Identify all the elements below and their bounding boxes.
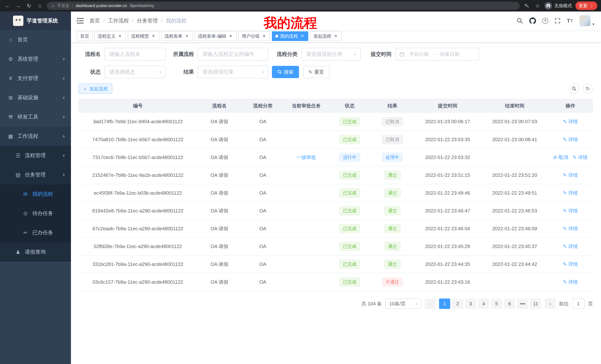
browser-forward-icon[interactable]: → [14,2,22,10]
pagination-more[interactable]: ••• [517,298,528,309]
status-select[interactable]: 请选择状态 ∨ [104,66,166,78]
pagination-page-5[interactable]: 5 [491,298,502,309]
logo-image [13,16,23,26]
sidebar-item-payment[interactable]: ¥支付管理∨ [0,69,71,88]
tab-流程模型[interactable]: 流程模型× [128,31,159,41]
jump-page-input[interactable] [572,298,585,309]
font-size-icon[interactable]: TT [567,18,573,24]
sidebar-item-workflow[interactable]: ▦工作流程∧ [0,126,71,146]
sidebar-item-task-mgmt[interactable]: ▤任务管理∧ [0,165,71,184]
process-key-input[interactable] [198,48,269,60]
user-menu[interactable]: ▼ [580,15,595,26]
cell-name: OA 请假 [197,220,241,238]
update-button[interactable]: 更新 ⋮ [575,1,597,10]
tab-close-icon[interactable]: × [333,34,338,39]
breadcrumb-item[interactable]: 任务管理 [137,17,158,24]
sidebar-item-system[interactable]: ⚙系统管理∨ [0,49,71,69]
tab-流程定义[interactable]: 流程定义× [94,31,126,41]
pagination-page-6[interactable]: 6 [504,298,515,309]
create-process-button[interactable]: ＋ 发起流程 [78,84,112,94]
category-select[interactable]: 请选择流程分类 ∨ [301,48,361,60]
fullscreen-icon[interactable] [555,18,561,24]
tab-流程表单-编辑[interactable]: 流程表单-编辑× [195,31,237,41]
breadcrumb-item[interactable]: 工作流程 [108,17,129,24]
cell-submit-time: 2022-01-22 23:53:35 [414,131,481,148]
breadcrumb-item[interactable]: 首页 [90,17,100,24]
detail-link[interactable]: ✎ 详情 [563,172,578,178]
toggle-search-icon[interactable] [569,84,579,94]
table-row: 67c2eaab-7b9a-11ec-a290-acde48001122OA 请… [78,220,593,238]
cell-result: 处理中 [371,148,414,166]
cancel-link[interactable]: ⊘ 取消 [553,154,568,160]
cell-actions: ✎ 详情 [548,131,593,148]
sidebar-item-leave-query[interactable]: ♟请假查询 [0,242,71,262]
date-range-picker[interactable]: 开始日期 - 结束日期 [395,48,479,60]
tab-close-icon[interactable]: × [261,34,267,39]
result-tag: 通过 [384,189,401,197]
search-icon [278,70,282,74]
tab-close-icon[interactable]: × [151,34,156,39]
search-icon[interactable] [517,18,523,24]
sidebar-item-my-process[interactable]: ✉我的流程 [0,184,71,204]
tab-我的流程[interactable]: 我的流程× [272,31,308,41]
status-tag: 已完成 [339,135,360,144]
cell-end-time: 2022-01-22 23:49:51 [481,184,548,202]
refresh-icon[interactable]: ↻ [583,84,593,94]
reset-button[interactable]: ↻ 重置 [303,66,330,78]
tab-用户分组[interactable]: 用户分组× [239,31,270,41]
browser-home-icon[interactable]: ⌂ [36,2,43,10]
sidebar-item-infrastructure[interactable]: ⊞基础设施∨ [0,88,71,107]
tab-首页[interactable]: 首页 [77,31,92,41]
tab-流程表单[interactable]: 流程表单× [161,31,193,41]
process-name-input[interactable] [104,48,166,60]
app-title: 芋道管理系统 [27,17,58,24]
sidebar-item-home[interactable]: ⌂首页 [0,30,71,49]
sidebar-item-devtools[interactable]: ⚒研发工具∨ [0,107,71,126]
github-icon[interactable] [529,18,536,24]
detail-link[interactable]: ✎ 详情 [563,279,578,285]
tab-close-icon[interactable]: × [117,34,123,39]
current-task-link[interactable]: 一级审批 [297,154,316,160]
search-button[interactable]: 搜索 [272,66,299,78]
detail-link[interactable]: ✎ 详情 [563,208,578,213]
cell-submit-time: 2022-01-22 23:49:46 [414,184,481,202]
table-row: 03c6c157-7b9a-11ec-a290-acde48001122OA 请… [78,273,593,291]
detail-link[interactable]: ✎ 详情 [563,261,578,267]
browser-back-icon[interactable]: ← [4,2,11,10]
sidebar-item-label: 流程管理 [25,152,46,159]
tab-发起流程[interactable]: 发起流程× [310,31,342,41]
page-size-select[interactable]: 10条/页 ∨ [385,298,421,309]
pagination-page-2[interactable]: 2 [452,298,463,309]
detail-link[interactable]: ✎ 详情 [563,190,578,196]
tab-close-icon[interactable]: × [300,34,305,39]
detail-link[interactable]: ✎ 详情 [563,226,578,231]
pagination-page-1[interactable]: 1 [439,298,450,309]
browser-menu-icon[interactable]: ⋮ [590,3,594,8]
tab-close-icon[interactable]: × [228,34,233,39]
sidebar-toggle-icon[interactable] [77,18,84,24]
pagination-prev[interactable]: ‹ [425,298,436,309]
help-icon[interactable]: ? [542,18,548,24]
password-key-icon[interactable] [523,2,531,10]
avatar[interactable] [580,15,591,26]
address-bar[interactable]: ⚠ 不安全 | dashboard.yudao.iocoder.cn/bpm/t… [47,2,520,10]
pagination-page-11[interactable]: 11 [530,298,541,309]
sidebar-item-todo-tasks[interactable]: ⊙待办任务 [0,204,71,223]
detail-link[interactable]: ✎ 详情 [563,244,578,249]
app-logo[interactable]: 芋道管理系统 [0,11,71,30]
column-header: 流程分类 [241,99,284,113]
security-label[interactable]: 不安全 [57,3,70,9]
sidebar-item-process-mgmt[interactable]: ☰流程管理∨ [0,146,71,165]
pagination-page-3[interactable]: 3 [465,298,476,309]
tab-close-icon[interactable]: × [184,34,190,39]
bookmark-star-icon[interactable]: ☆ [534,2,541,10]
browser-reload-icon[interactable]: ↻ [25,2,33,10]
result-select[interactable]: 请选择流结果 ∨ [198,66,269,78]
pagination-page-4[interactable]: 4 [478,298,489,309]
detail-link[interactable]: ✎ 详情 [563,119,578,124]
sidebar-item-done-tasks[interactable]: ✂已办任务 [0,223,71,242]
chevron-down-icon: ∨ [63,76,65,80]
detail-link[interactable]: ✎ 详情 [573,154,588,160]
detail-link[interactable]: ✎ 详情 [563,137,578,142]
pagination-next[interactable]: › [545,298,556,309]
